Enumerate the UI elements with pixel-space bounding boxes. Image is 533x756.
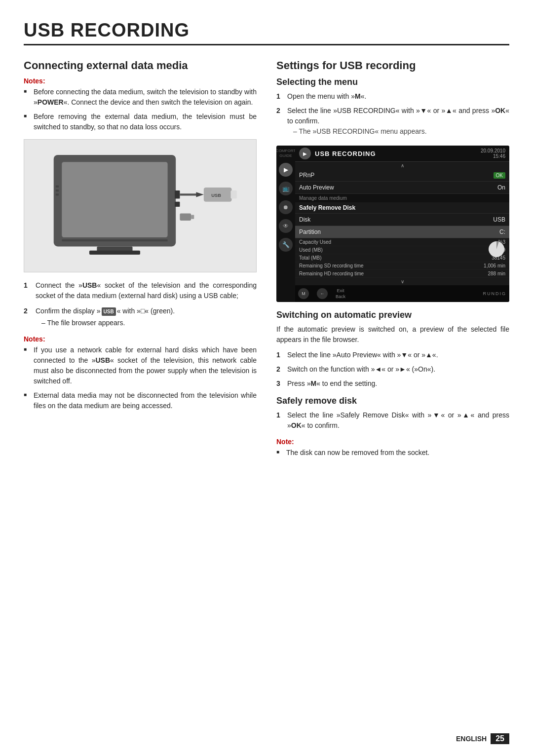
step-number: 1 (276, 410, 283, 431)
rundig-logo: RUNDIG (483, 291, 507, 296)
language-label: ENGLISH (456, 735, 487, 743)
menu-row-partition: Partition C: (295, 226, 509, 238)
left-section-title: Connecting external data media (24, 59, 257, 72)
svg-rect-13 (62, 239, 167, 241)
note-label: Note: (276, 438, 509, 446)
list-item: Before removing the external data medium… (24, 112, 257, 132)
menu-footer: M ← Exit Back RUNDIG (295, 285, 509, 302)
steps-list: 1 Connect the »USB« socket of the televi… (24, 280, 257, 328)
step-content: Confirm the display »USB« with »□« (gree… (36, 306, 257, 328)
menu-sidebar: COMFORTGUIDE ▶ 📺 ⏺ 👁 🔧 (276, 146, 295, 302)
menu-icon-record: ⏺ (279, 200, 293, 214)
menu-nav-up: ∧ (295, 162, 509, 169)
subsection1-title: Selecting the menu (276, 77, 509, 87)
step-number: 2 (24, 306, 32, 328)
svg-rect-14 (56, 186, 59, 188)
notes-block: Notes: Before connecting the data medium… (24, 77, 257, 132)
comfort-guide-label: COMFORTGUIDE (276, 149, 296, 158)
list-item: If you use a network cable for external … (24, 345, 257, 386)
step-sub: – The file browser appears. (36, 318, 257, 328)
menu-row-total-mb: Total (MB)38145 (295, 254, 509, 262)
notes2-list: If you use a network cable for external … (24, 345, 257, 411)
subsection3-note-block: Note: The disk can now be removed from t… (276, 438, 509, 458)
menu-row-sd-time: Remaining SD recording time1,006 min (295, 262, 509, 270)
subsection1-steps: 1 Open the menu with »M«. 2 Select the l… (276, 91, 509, 139)
step-number: 2 (276, 106, 283, 139)
step-content: Open the menu with »M«. (287, 91, 366, 102)
list-item: Before connecting the data medium, switc… (24, 87, 257, 108)
page-number: 25 (491, 733, 509, 744)
dash-note: – The »USB RECORDING« menu appears. (287, 126, 509, 137)
step-item: 1 Connect the »USB« socket of the televi… (24, 280, 257, 301)
step-item: 1 Open the menu with »M«. (276, 91, 509, 102)
svg-rect-9 (230, 190, 236, 198)
page-footer: ENGLISH 25 (456, 733, 509, 744)
menu-screenshot: COMFORTGUIDE ▶ 📺 ⏺ 👁 🔧 ▶ USB R (276, 146, 509, 302)
menu-row-disk: Disk USB (295, 214, 509, 226)
subsection3-steps: 1 Select the line »Safely Remove Disk« w… (276, 410, 509, 431)
step-number: 1 (276, 350, 283, 360)
step-content: Press »M« to end the setting. (287, 378, 377, 389)
svg-rect-12 (191, 215, 194, 219)
step-item: 2 Switch on the function with »◄« or »►«… (276, 364, 509, 375)
note-list: The disk can now be removed from the soc… (276, 448, 509, 458)
footer-labels: Exit Back (336, 288, 345, 299)
menu-nav-down: ∨ (295, 278, 509, 285)
subsection2-intro: If the automatic preview is switched on,… (276, 324, 509, 345)
menu-header: ▶ USB RECORDING 20.09.2010 15:46 (295, 146, 509, 162)
menu-row-capacity-used: Capacity Used%3 (295, 238, 509, 246)
step-item: 1 Select the line »Auto Preview« with »▼… (276, 350, 509, 360)
list-item: The disk can now be removed from the soc… (276, 448, 509, 458)
capacity-section: Capacity Used%3 Used (MB)1249 Total (MB)… (295, 238, 509, 278)
step-item: 3 Press »M« to end the setting. (276, 378, 509, 389)
menu-main: ▶ USB RECORDING 20.09.2010 15:46 ∧ (295, 146, 509, 302)
step-item: 1 Select the line »Safely Remove Disk« w… (276, 410, 509, 431)
notes-list: Before connecting the data medium, switc… (24, 87, 257, 132)
menu-icon-tv: 📺 (279, 182, 293, 195)
right-section-title: Settings for USB recording (276, 59, 509, 72)
notes2-block: Notes: If you use a network cable for ex… (24, 335, 257, 411)
step-number: 3 (276, 378, 283, 389)
step-content: Select the line »Auto Preview« with »▼« … (287, 350, 438, 360)
menu-row-auto-preview: Auto Preview On (295, 182, 509, 194)
left-column: Connecting external data media Notes: Be… (24, 59, 257, 465)
menu-title-text: USB RECORDING (315, 150, 376, 157)
menu-btn-back: ← (317, 288, 328, 299)
svg-rect-3 (89, 251, 140, 255)
svg-marker-7 (196, 192, 203, 197)
notes-label: Notes: (24, 77, 257, 85)
step-number: 1 (276, 91, 283, 102)
svg-rect-1 (62, 162, 167, 237)
menu-icon-eye: 👁 (279, 219, 293, 233)
menu-play-icon: ▶ (299, 148, 311, 159)
svg-rect-15 (56, 189, 59, 191)
menu-icon-tools: 🔧 (279, 238, 293, 252)
subsection2-title: Switching on automatic preview (276, 310, 509, 320)
step-number: 1 (24, 280, 32, 301)
menu-title-row: ▶ USB RECORDING (299, 148, 376, 159)
manage-label: Manage data medium (295, 194, 509, 202)
page-title: USB RECORDING (24, 20, 509, 45)
list-item: External data media may not be disconnec… (24, 390, 257, 411)
right-column: Settings for USB recording Selecting the… (276, 59, 509, 465)
subsection3-title: Safely remove disk (276, 396, 509, 406)
menu-row-prnp: PRnP OK (295, 169, 509, 182)
step-number: 2 (276, 364, 283, 375)
svg-rect-16 (56, 193, 59, 195)
step-content: Select the line »USB RECORDING« with »▼«… (287, 106, 509, 139)
menu-icon-play: ▶ (279, 163, 293, 177)
pie-chart (488, 240, 505, 258)
svg-rect-11 (180, 213, 191, 220)
menu-row-safely-remove: Safely Remove Disk (295, 202, 509, 214)
svg-rect-5 (175, 202, 180, 207)
step-content: Select the line »Safely Remove Disk« wit… (287, 410, 509, 431)
menu-row-used-mb: Used (MB)1249 (295, 246, 509, 254)
menu-time: 20.09.2010 15:46 (481, 148, 505, 159)
step-item: 2 Select the line »USB RECORDING« with »… (276, 106, 509, 139)
tv-connection-image: USB (24, 139, 257, 272)
subsection2-steps: 1 Select the line »Auto Preview« with »▼… (276, 350, 509, 389)
notes2-label: Notes: (24, 335, 257, 343)
step-item: 2 Confirm the display »USB« with »□« (gr… (24, 306, 257, 328)
step-content: Connect the »USB« socket of the televisi… (36, 280, 257, 301)
step-content: Switch on the function with »◄« or »►« (… (287, 364, 435, 375)
